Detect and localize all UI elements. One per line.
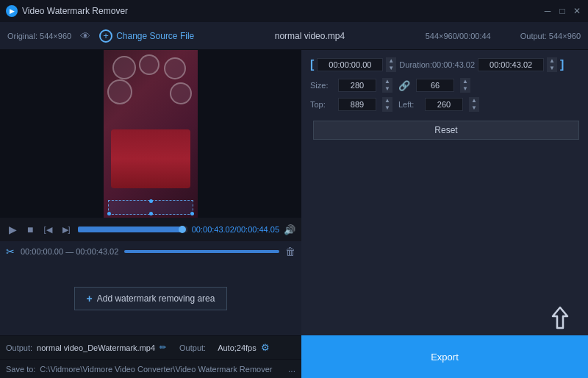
end-time-stepper: ▲ ▼ [547,57,557,72]
bottom-left: + Add watermark removing area [0,262,301,335]
deco-circle [170,82,192,104]
stop-button[interactable]: ■ [24,222,36,237]
output-format: Auto;24fps [218,343,257,352]
change-source-label: Change Source File [116,31,194,41]
height-down[interactable]: ▼ [460,85,470,93]
start-time-input[interactable] [317,58,383,71]
bracket-open: [ [310,58,314,71]
app-icon: ▶ [6,5,18,17]
video-frame [104,50,198,218]
timeline-thumb[interactable] [179,226,186,233]
close-button[interactable]: ✕ [572,6,582,16]
end-time-input[interactable] [478,58,544,71]
start-time-stepper: ▲ ▼ [386,57,396,72]
timeline-track[interactable] [78,227,187,232]
clip-fill [124,250,279,253]
left-down[interactable]: ▼ [469,104,479,112]
clip-time-range: 00:00:00.00 — 00:00:43.02 [21,247,118,256]
edit-icon[interactable]: ✏ [159,343,166,352]
left-up[interactable]: ▲ [469,97,479,104]
frame-next-button[interactable]: ▶] [60,224,74,236]
export-button[interactable]: Export [301,335,588,378]
selection-handle [107,212,111,215]
position-row: Top: ▲ ▼ Left: ▲ ▼ [310,97,579,112]
output-text-label: Output: [6,343,32,352]
width-down[interactable]: ▼ [382,85,392,93]
height-input[interactable] [416,79,454,92]
size-row: Size: ▲ ▼ 🔗 ▲ ▼ [310,78,579,93]
save-to-label: Save to: [6,365,35,374]
output-footer: Output: normal video_DeWatermark.mp4 ✏ O… [0,335,301,359]
play-button[interactable]: ▶ [6,222,20,237]
link-icon[interactable]: 🔗 [398,80,410,91]
cake-body [111,129,190,188]
download-arrow-area [544,302,576,334]
bracket-close: ] [560,58,564,71]
top-up[interactable]: ▲ [382,97,392,104]
selection-handle [149,212,153,215]
top-down[interactable]: ▼ [382,104,392,112]
reset-button[interactable]: Reset [313,121,579,140]
selection-handle [149,199,153,203]
right-panel: [ ▲ ▼ Duration:00:00:43.02 ▲ ▼ ] Size: [301,50,588,378]
width-stepper: ▲ ▼ [382,78,392,93]
deco-circle [139,54,159,75]
width-input[interactable] [338,79,376,92]
add-watermark-label: Add watermark removing area [97,293,215,304]
minimize-button[interactable]: ─ [542,6,553,16]
volume-icon[interactable]: 🔊 [284,224,295,235]
content-area: ▶ ■ [◀ ▶] 00:00:43.02/00:00:44.05 🔊 ✂ 00… [0,50,588,378]
time-row: [ ▲ ▼ Duration:00:00:43.02 ▲ ▼ ] [310,57,579,72]
height-up[interactable]: ▲ [460,78,470,85]
deco-circle [107,79,132,104]
output-label: Output: 544×960 [520,32,581,40]
eye-button[interactable]: 👁 [80,30,90,42]
titlebar: ▶ Video Watermark Remover ─ □ ✕ [0,0,588,22]
video-preview [0,50,301,218]
video-content [104,50,198,218]
duration-label: Duration:00:00:43.02 [399,60,475,69]
deco-circle [112,56,136,79]
top-label: Top: [310,100,332,109]
controls-bar: ▶ ■ [◀ ▶] 00:00:43.02/00:00:44.05 🔊 [0,218,301,241]
window-controls: ─ □ ✕ [542,6,582,16]
export-area: Export [301,335,588,378]
selection-handle [190,212,194,215]
start-time-up[interactable]: ▲ [386,57,396,65]
download-arrow-icon [547,304,573,331]
left-label: Left: [398,100,419,109]
time-counter: 00:00:43.02/00:00:44.05 [192,225,279,234]
top-stepper: ▲ ▼ [382,97,392,112]
trash-button[interactable]: 🗑 [285,246,295,257]
plus-icon: + [87,293,93,304]
folder-button[interactable]: ... [288,364,295,374]
scissors-icon: ✂ [6,246,15,257]
top-input[interactable] [338,98,376,111]
topbar: Original: 544×960 👁 + Change Source File… [0,22,588,50]
app-title: Video Watermark Remover [22,6,542,16]
selection-overlay [108,200,193,215]
deco-circle [164,57,186,79]
timeline-fill [78,227,183,232]
save-path: C:\Vidmore\Vidmore Video Converter\Video… [40,365,284,374]
left-input[interactable] [425,98,463,111]
output-filename: normal video_DeWatermark.mp4 [37,343,155,352]
plus-circle-icon: + [99,29,112,43]
width-up[interactable]: ▲ [382,78,392,85]
gear-icon[interactable]: ⚙ [261,342,270,353]
end-time-up[interactable]: ▲ [547,57,557,65]
left-panel: ▶ ■ [◀ ▶] 00:00:43.02/00:00:44.05 🔊 ✂ 00… [0,50,301,378]
restore-button[interactable]: □ [557,6,567,16]
add-watermark-button[interactable]: + Add watermark removing area [74,287,228,310]
end-time-down[interactable]: ▼ [547,65,557,72]
filename-label: normal video.mp4 [194,31,426,41]
clip-track[interactable] [124,250,279,253]
original-dimensions: Original: 544×960 [7,32,71,40]
change-source-button[interactable]: + Change Source File [99,29,194,43]
start-time-down[interactable]: ▼ [386,65,396,72]
height-stepper: ▲ ▼ [460,78,470,93]
svg-marker-0 [553,307,567,328]
left-stepper: ▲ ▼ [469,97,479,112]
file-info: 544×960/00:00:44 [426,32,491,40]
frame-prev-button[interactable]: [◀ [40,224,54,236]
